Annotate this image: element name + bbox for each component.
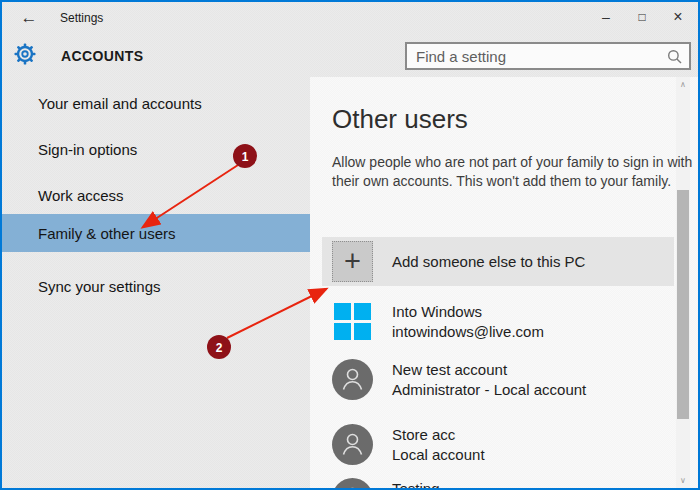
user-detail: Local account: [392, 445, 485, 464]
settings-window: ← Settings – □ × ACCOUNTS: [0, 0, 700, 490]
person-avatar-icon: [332, 478, 373, 490]
add-user-label: Add someone else to this PC: [392, 237, 585, 286]
close-button[interactable]: ×: [660, 4, 696, 30]
plus-icon: +: [332, 241, 373, 282]
user-detail: Administrator - Local account: [392, 380, 586, 399]
section-description: Allow people who are not part of your fa…: [332, 153, 696, 191]
sidebar-item-sign-in-options[interactable]: Sign-in options: [2, 130, 310, 168]
sidebar-item-label: Sign-in options: [38, 141, 137, 158]
sidebar-item-label: Work access: [38, 187, 124, 204]
window-title: Settings: [60, 11, 103, 25]
windows-logo-icon: [332, 301, 373, 342]
sidebar-item-your-email-and-accounts[interactable]: Your email and accounts: [2, 84, 310, 122]
sidebar-item-label: Family & other users: [38, 225, 176, 242]
sidebar-item-family-other-users[interactable]: Family & other users: [2, 214, 310, 252]
user-name: Testing: [392, 479, 440, 490]
search-input[interactable]: [407, 44, 689, 68]
user-name: New test account: [392, 360, 586, 380]
sidebar-item-work-access[interactable]: Work access: [2, 176, 310, 214]
sidebar-item-sync-your-settings[interactable]: Sync your settings: [2, 267, 310, 305]
annotation-badge-2: 2: [207, 335, 231, 359]
svg-text:2: 2: [216, 341, 223, 355]
person-avatar-icon: [332, 359, 373, 400]
window-controls: – □ ×: [588, 4, 696, 30]
sidebar-item-label: Sync your settings: [38, 278, 161, 295]
user-row-store-acc[interactable]: Store acc Local account: [322, 424, 674, 465]
user-row-testing[interactable]: Testing: [322, 478, 674, 490]
minimize-button[interactable]: –: [588, 4, 624, 30]
person-avatar-icon: [332, 424, 373, 465]
scrollbar-up-icon[interactable]: ∧: [676, 80, 690, 89]
maximize-button[interactable]: □: [624, 4, 660, 30]
user-row-new-test-account[interactable]: New test account Administrator - Local a…: [322, 359, 674, 400]
user-row-into-windows[interactable]: Into Windows intowindows@live.com: [322, 301, 674, 342]
section-heading: Other users: [332, 104, 468, 135]
search-box: [405, 42, 691, 70]
page-title: ACCOUNTS: [61, 48, 144, 64]
user-detail: intowindows@live.com: [392, 322, 544, 341]
user-name: Into Windows: [392, 302, 544, 322]
add-user-button[interactable]: + Add someone else to this PC: [322, 237, 674, 286]
settings-gear-icon: [14, 43, 36, 69]
scrollbar-down-icon[interactable]: ∨: [676, 476, 690, 485]
back-button[interactable]: ←: [14, 6, 44, 30]
user-name: Store acc: [392, 425, 485, 445]
sidebar-item-label: Your email and accounts: [38, 95, 202, 112]
scrollbar[interactable]: ∧ ∨: [676, 77, 690, 488]
search-icon: [667, 49, 683, 69]
scrollbar-thumb[interactable]: [677, 190, 689, 419]
